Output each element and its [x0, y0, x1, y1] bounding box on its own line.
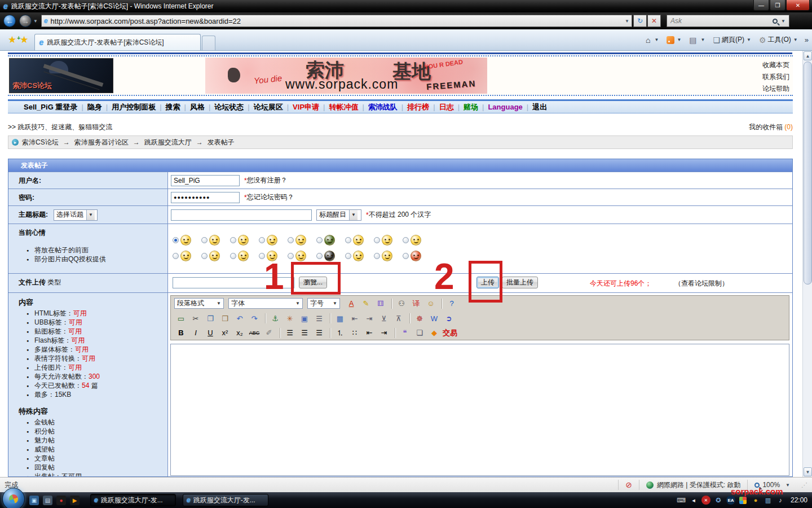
- nav-item[interactable]: 风格: [190, 102, 205, 112]
- breadcrumb-link[interactable]: 索沛CS论坛: [22, 138, 59, 146]
- emoticon-radio[interactable]: [259, 237, 265, 243]
- emoticon-radio[interactable]: [316, 237, 323, 243]
- strike-icon[interactable]: ABC: [248, 327, 261, 339]
- align-right-icon[interactable]: ☰: [312, 327, 326, 339]
- cut-icon[interactable]: ✂: [189, 313, 202, 324]
- copy-icon[interactable]: ❐: [204, 313, 217, 324]
- undo-icon[interactable]: ↶: [233, 313, 246, 324]
- help-icon[interactable]: ?: [445, 298, 458, 309]
- emoticon-option[interactable]: [201, 251, 230, 261]
- unlink-icon[interactable]: ✳: [283, 313, 297, 324]
- emoticon-radio[interactable]: [230, 253, 236, 259]
- address-dropdown-icon[interactable]: ▼: [625, 19, 629, 24]
- emoticon-radio[interactable]: [374, 253, 380, 259]
- breadcrumb-link[interactable]: 跳跃服交流大厅: [144, 138, 192, 146]
- emoticon-option[interactable]: [374, 235, 403, 246]
- redo-icon[interactable]: ↷: [248, 313, 261, 324]
- emoticon-option[interactable]: [259, 235, 288, 246]
- print-button[interactable]: ▤▼: [689, 36, 705, 45]
- delete-row-icon[interactable]: ⊼: [392, 313, 405, 324]
- password-input[interactable]: [171, 192, 240, 203]
- feeds-button[interactable]: ▼: [667, 36, 681, 44]
- ea-icon[interactable]: EA: [726, 496, 735, 505]
- emoticon-option[interactable]: [230, 235, 259, 246]
- refresh-button[interactable]: ↻: [633, 15, 647, 27]
- key-icon[interactable]: ●: [751, 496, 760, 505]
- back-button[interactable]: ←: [3, 15, 16, 27]
- post-body-textarea[interactable]: [170, 344, 789, 476]
- nav-item[interactable]: 隐身: [87, 102, 102, 112]
- media-player-icon[interactable]: ▶: [70, 496, 80, 505]
- home-button[interactable]: ⌂▼: [646, 36, 659, 45]
- banner-link[interactable]: 论坛帮助: [762, 83, 789, 95]
- emoticon-radio[interactable]: [201, 253, 208, 259]
- trade-label[interactable]: 交易: [442, 327, 458, 339]
- media-icon[interactable]: ➲: [442, 313, 456, 324]
- stop-button[interactable]: ✕: [647, 15, 661, 27]
- emoticon-radio[interactable]: [288, 237, 294, 243]
- close-button[interactable]: ✕: [786, 0, 810, 11]
- emoticon-option[interactable]: [345, 251, 374, 261]
- forward-button[interactable]: →: [19, 15, 32, 27]
- page-menu-button[interactable]: ❏網頁(P)▼: [713, 35, 751, 45]
- favorites-icon[interactable]: ★: [8, 34, 16, 46]
- search-options-icon[interactable]: ▼: [781, 19, 785, 24]
- volume-icon[interactable]: ♪: [776, 496, 785, 505]
- emoticon-radio[interactable]: [403, 253, 409, 259]
- emoticon-option[interactable]: [345, 235, 374, 246]
- inbox-link[interactable]: 我的收件箱 (0): [749, 122, 793, 132]
- quote-icon[interactable]: ❝: [398, 327, 412, 339]
- scrollbar-thumb[interactable]: [804, 62, 812, 284]
- forum-limit-link[interactable]: （查看论坛限制）: [674, 279, 729, 288]
- emoticon-option[interactable]: [288, 251, 316, 261]
- nav-item[interactable]: Sell_PiG 重登录: [24, 102, 77, 112]
- emoticon-option[interactable]: [288, 235, 316, 246]
- topic-select[interactable]: 选择话题▼: [54, 209, 98, 221]
- emoticon-option[interactable]: [173, 235, 201, 246]
- nav-item[interactable]: 论坛展区: [254, 102, 283, 112]
- username-note[interactable]: 您没有注册？: [247, 176, 288, 185]
- username-input[interactable]: [171, 175, 240, 186]
- nav-item[interactable]: 排行榜: [407, 102, 429, 112]
- recent-pages-dropdown-icon[interactable]: ▼: [33, 19, 38, 24]
- emoticon-radio[interactable]: [374, 237, 380, 243]
- tray-chevron-icon[interactable]: ◂: [689, 496, 698, 505]
- nav-item[interactable]: 用户控制面板: [112, 102, 156, 112]
- align-center-icon[interactable]: ☰: [298, 327, 311, 339]
- emoticon-radio[interactable]: [316, 253, 323, 259]
- taskbar-window-button[interactable]: e跳跃服交流大厅-发...: [183, 494, 268, 506]
- smiley-icon[interactable]: ☺: [424, 298, 438, 309]
- nav-item[interactable]: 索沛战队: [368, 102, 398, 112]
- align-left-icon[interactable]: ☰: [283, 327, 297, 339]
- trade-shield-icon[interactable]: ◆: [427, 327, 441, 339]
- new-window-icon[interactable]: ▭: [174, 313, 188, 324]
- insert-row-icon[interactable]: ⇥: [363, 313, 376, 324]
- wheel-icon[interactable]: ☸: [413, 313, 426, 324]
- nav-item[interactable]: 搜索: [166, 102, 180, 112]
- translate-icon[interactable]: 译: [409, 298, 423, 309]
- nav-item[interactable]: 日志: [439, 102, 454, 112]
- outdent-icon[interactable]: ⇤: [363, 327, 376, 339]
- minimize-button[interactable]: —: [753, 0, 769, 11]
- emoticon-option[interactable]: [201, 235, 230, 246]
- emoticon-radio[interactable]: [173, 253, 179, 259]
- vertical-scrollbar[interactable]: ▲ ▼: [802, 51, 812, 477]
- show-desktop-icon[interactable]: ▤: [43, 496, 52, 505]
- word-icon[interactable]: W: [427, 313, 441, 324]
- search-box[interactable]: ▼: [667, 15, 789, 27]
- nav-item[interactable]: 赌场: [464, 102, 478, 112]
- superscript-icon[interactable]: x²: [218, 327, 232, 339]
- new-tab-button[interactable]: [202, 36, 215, 50]
- privacy-zone[interactable]: ⊘: [618, 480, 639, 490]
- banner-link[interactable]: 联系我们: [762, 71, 789, 83]
- emoticon-radio[interactable]: [345, 253, 351, 259]
- emoticon-radio[interactable]: [230, 237, 236, 243]
- emoticon-option[interactable]: [403, 251, 431, 261]
- font-color-icon[interactable]: A: [345, 298, 358, 309]
- image-icon[interactable]: ▣: [298, 313, 311, 324]
- ordered-list-icon[interactable]: ⒈: [333, 327, 347, 339]
- paragraph-format-select[interactable]: 段落格式▼: [174, 298, 224, 309]
- paste-icon[interactable]: ❒: [218, 313, 232, 324]
- highlight-icon[interactable]: ✎: [359, 298, 373, 309]
- bold-icon[interactable]: B: [174, 327, 188, 339]
